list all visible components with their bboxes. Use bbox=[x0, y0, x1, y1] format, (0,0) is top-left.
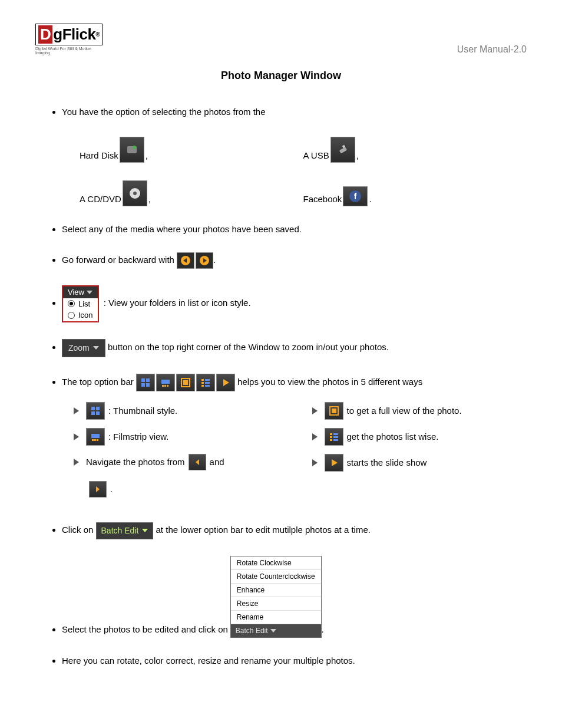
sub-list-view: get the photos list wise. bbox=[312, 428, 527, 446]
view-dropdown[interactable]: View List Icon bbox=[62, 285, 99, 322]
svg-rect-29 bbox=[91, 407, 95, 410]
list-view-icon[interactable] bbox=[196, 374, 215, 391]
view-modes-sublist: : Thumbnail style. : Filmstrip view. Nav… bbox=[74, 402, 527, 506]
batch-edit-trigger-label: Batch Edit bbox=[236, 625, 268, 636]
thumbnail-view-icon[interactable] bbox=[136, 374, 155, 391]
svg-rect-31 bbox=[91, 411, 95, 415]
sub-full-view-text: to get a full view of the photo. bbox=[347, 404, 462, 418]
usb-icon[interactable] bbox=[330, 137, 355, 163]
menu-rename[interactable]: Rename bbox=[231, 611, 321, 624]
source-cd-dvd-label: A CD/DVD bbox=[80, 193, 121, 206]
full-view-icon[interactable] bbox=[325, 402, 343, 420]
batch-edit-trigger[interactable]: Batch Edit bbox=[231, 624, 321, 637]
period: . bbox=[322, 623, 324, 638]
bullet-navigate: Go forward or backward with . bbox=[62, 252, 527, 269]
svg-rect-23 bbox=[205, 379, 210, 381]
sub-full-view: to get a full view of the photo. bbox=[312, 402, 527, 420]
source-usb-label: A USB bbox=[303, 149, 329, 163]
svg-rect-18 bbox=[164, 385, 166, 387]
batch-edit-label: Batch Edit bbox=[101, 525, 139, 537]
svg-rect-44 bbox=[333, 436, 338, 438]
page-title: Photo Manager Window bbox=[35, 70, 527, 82]
svg-point-5 bbox=[133, 192, 137, 195]
arrow-bullet-icon bbox=[312, 459, 318, 466]
view-head-label: View bbox=[68, 288, 84, 297]
zoom-label: Zoom bbox=[68, 342, 90, 354]
manual-version: User Manual-2.0 bbox=[457, 44, 527, 55]
menu-rotate-ccw[interactable]: Rotate Counterclockwise bbox=[231, 570, 321, 584]
slideshow-icon[interactable] bbox=[216, 374, 235, 391]
chevron-down-icon bbox=[270, 629, 276, 633]
menu-enhance[interactable]: Enhance bbox=[231, 584, 321, 597]
svg-marker-28 bbox=[223, 379, 229, 386]
menu-rotate-cw[interactable]: Rotate Clockwise bbox=[231, 556, 321, 570]
sources-grid: Hard Disk , A USB , A CD/DVD , Facebook bbox=[80, 137, 527, 206]
next-photo-icon[interactable] bbox=[89, 481, 107, 498]
chevron-down-icon bbox=[93, 346, 99, 350]
list-view-icon[interactable] bbox=[325, 428, 343, 446]
svg-rect-30 bbox=[96, 407, 100, 410]
filmstrip-view-icon[interactable] bbox=[86, 428, 105, 446]
full-view-icon[interactable] bbox=[176, 374, 195, 391]
bullet-zoom-text: button on the top right corner of the Wi… bbox=[108, 342, 389, 352]
bullet-option-bar-text-a: The top option bar bbox=[62, 377, 136, 387]
svg-rect-45 bbox=[330, 439, 332, 441]
svg-rect-13 bbox=[146, 378, 150, 382]
svg-rect-2 bbox=[339, 147, 346, 153]
sub-filmstrip-text: : Filmstrip view. bbox=[108, 430, 169, 444]
forward-arrow-icon[interactable] bbox=[196, 252, 213, 269]
facebook-icon[interactable]: f bbox=[343, 186, 368, 206]
bullet-sources: You have the option of selecting the pho… bbox=[62, 106, 527, 206]
sub-navigate: Navigate the photos from and . bbox=[74, 454, 289, 498]
filmstrip-view-icon[interactable] bbox=[156, 374, 175, 391]
source-usb: A USB , bbox=[303, 137, 527, 163]
arrow-bullet-icon bbox=[74, 459, 79, 466]
svg-rect-41 bbox=[330, 433, 332, 435]
arrow-bullet-icon bbox=[74, 407, 79, 414]
comma: , bbox=[146, 149, 148, 163]
zoom-button[interactable]: Zoom bbox=[62, 339, 105, 357]
svg-rect-26 bbox=[201, 385, 204, 387]
logo-r: ® bbox=[95, 31, 100, 38]
svg-rect-40 bbox=[332, 409, 336, 413]
batch-edit-menu: Rotate Clockwise Rotate Counterclockwise… bbox=[230, 556, 322, 638]
menu-resize[interactable]: Resize bbox=[231, 597, 321, 611]
view-list-label: List bbox=[78, 299, 90, 309]
thumbnail-view-icon[interactable] bbox=[86, 402, 105, 420]
nav-arrows bbox=[177, 252, 213, 269]
comma: , bbox=[356, 149, 359, 163]
bullet-navigate-text: Go forward or backward with bbox=[62, 255, 177, 265]
svg-rect-16 bbox=[161, 380, 170, 384]
arrow-bullet-icon bbox=[312, 433, 318, 440]
sub-slideshow-text: starts the slide show bbox=[347, 456, 427, 470]
bullet-rotate-resize: Here you can rotate, color correct, resi… bbox=[62, 654, 527, 668]
slideshow-icon[interactable] bbox=[325, 454, 343, 472]
batch-edit-button[interactable]: Batch Edit bbox=[96, 522, 154, 539]
prev-photo-icon[interactable] bbox=[189, 454, 206, 470]
period: . bbox=[213, 255, 216, 265]
svg-rect-24 bbox=[201, 382, 204, 384]
svg-text:f: f bbox=[354, 192, 357, 201]
radio-selected-icon bbox=[68, 300, 75, 307]
period: . bbox=[369, 193, 371, 206]
source-facebook-label: Facebook bbox=[303, 193, 342, 206]
view-icon-label: Icon bbox=[78, 311, 93, 320]
back-arrow-icon[interactable] bbox=[177, 252, 194, 269]
logo-tagline: Digital World For Still & Motion Imaging bbox=[35, 47, 100, 55]
hard-disk-icon[interactable] bbox=[120, 137, 144, 163]
svg-rect-12 bbox=[141, 378, 145, 382]
bullet-option-bar-text-b: helps you to view the photos in 5 differ… bbox=[237, 377, 422, 387]
cd-dvd-icon[interactable] bbox=[123, 180, 147, 206]
svg-rect-43 bbox=[330, 436, 332, 438]
chevron-down-icon bbox=[142, 529, 148, 532]
svg-rect-22 bbox=[201, 379, 204, 381]
source-hard-disk-label: Hard Disk bbox=[80, 149, 118, 163]
svg-rect-42 bbox=[333, 433, 338, 435]
svg-marker-38 bbox=[96, 486, 100, 492]
svg-rect-46 bbox=[333, 439, 338, 441]
source-cd-dvd: A CD/DVD , bbox=[80, 180, 303, 206]
view-mode-option-bar bbox=[136, 374, 235, 391]
svg-rect-35 bbox=[94, 439, 96, 441]
svg-marker-47 bbox=[332, 459, 338, 466]
sub-slideshow: starts the slide show bbox=[312, 454, 527, 472]
